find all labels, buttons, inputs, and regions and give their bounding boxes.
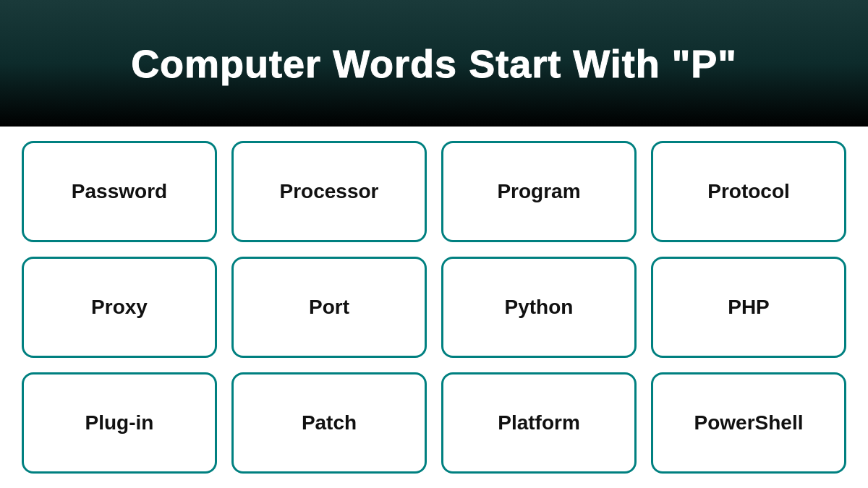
- card-port[interactable]: Port: [231, 257, 427, 358]
- card-plugin[interactable]: Plug-in: [22, 372, 217, 474]
- card-program[interactable]: Program: [441, 141, 637, 242]
- card-powershell[interactable]: PowerShell: [651, 372, 846, 474]
- content-area: PasswordProcessorProgramProtocolProxyPor…: [0, 127, 868, 488]
- card-label-program: Program: [497, 180, 580, 203]
- card-label-proxy: Proxy: [91, 296, 148, 319]
- card-label-patch: Patch: [302, 411, 357, 435]
- card-protocol[interactable]: Protocol: [651, 141, 846, 242]
- card-patch[interactable]: Patch: [231, 372, 427, 474]
- card-label-python: Python: [505, 296, 574, 319]
- word-grid: PasswordProcessorProgramProtocolProxyPor…: [22, 141, 846, 474]
- card-label-platform: Platform: [498, 411, 580, 435]
- card-label-protocol: Protocol: [707, 180, 790, 203]
- card-label-php: PHP: [728, 296, 770, 319]
- card-label-processor: Processor: [280, 180, 379, 203]
- card-label-powershell: PowerShell: [694, 411, 804, 435]
- card-php[interactable]: PHP: [651, 257, 846, 358]
- card-python[interactable]: Python: [441, 257, 637, 358]
- card-label-port: Port: [309, 296, 349, 319]
- card-processor[interactable]: Processor: [231, 141, 427, 242]
- card-platform[interactable]: Platform: [441, 372, 637, 474]
- card-label-password: Password: [72, 180, 167, 203]
- card-label-plugin: Plug-in: [85, 411, 154, 435]
- page-title: Computer Words Start With "P": [131, 41, 737, 86]
- card-proxy[interactable]: Proxy: [22, 257, 217, 358]
- header: Computer Words Start With "P": [0, 0, 868, 127]
- card-password[interactable]: Password: [22, 141, 217, 242]
